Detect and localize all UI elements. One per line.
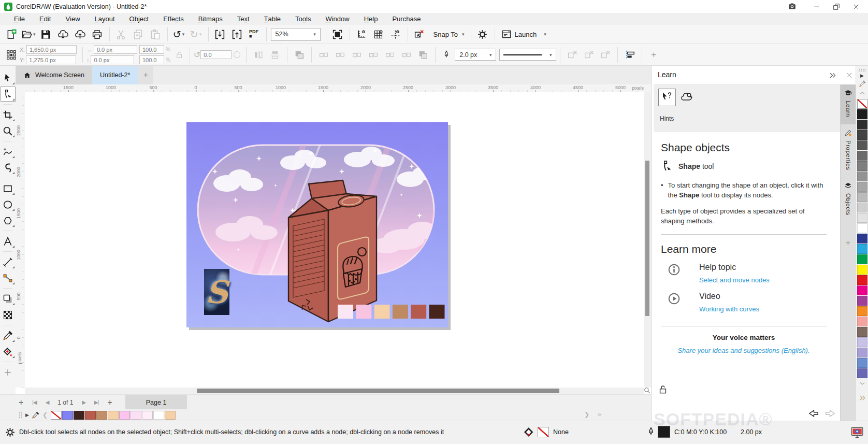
export-button[interactable] (230, 27, 244, 41)
first-page-button[interactable]: |◀ (32, 395, 36, 410)
menu-item-purchase[interactable]: Purchase (385, 13, 428, 25)
ellipse-tool[interactable] (1, 197, 15, 211)
palette-drag-handle[interactable] (19, 411, 22, 419)
minimize-button[interactable] (813, 3, 820, 10)
transparency-tool[interactable] (1, 308, 15, 322)
outline-width-combo[interactable]: 2.0 px▾ (455, 49, 496, 61)
freehand-tool[interactable] (1, 145, 15, 159)
fill-indicator-icon[interactable] (524, 426, 536, 438)
align-distribute-button[interactable] (624, 49, 635, 61)
menu-item-file[interactable]: File (7, 13, 32, 25)
rectangle-tool[interactable] (1, 181, 15, 195)
palette-swatch-9[interactable] (857, 192, 867, 202)
copy-button[interactable] (131, 27, 145, 41)
menu-item-bitmaps[interactable]: Bitmaps (191, 13, 230, 25)
tab-welcome-screen[interactable]: Welcome Screen (16, 66, 92, 84)
page-1-tab[interactable]: Page 1 (125, 395, 187, 410)
horizontal-ruler[interactable]: pixels 150010005000500100015002000250030… (25, 84, 651, 93)
drop-shadow-tool[interactable] (1, 292, 15, 306)
doc-palette-swatch-7[interactable] (131, 411, 141, 420)
back-navigation-icon[interactable] (808, 408, 819, 419)
palette-swatch-7[interactable] (857, 171, 867, 181)
scale-x-field[interactable]: 100.0 (139, 45, 164, 54)
lock-docker-icon[interactable] (658, 384, 668, 395)
menu-item-edit[interactable]: Edit (32, 13, 58, 25)
next-page-button[interactable]: ▶ (82, 395, 85, 410)
palette-grip[interactable] (859, 68, 866, 71)
palette-swatch-24[interactable] (857, 348, 867, 357)
menu-item-object[interactable]: Object (122, 13, 156, 25)
close-button[interactable] (852, 3, 860, 10)
video-link[interactable]: Working with curves (699, 305, 759, 313)
palette-swatch-22[interactable] (857, 327, 867, 337)
docker-tab-learn[interactable]: Learn (841, 84, 856, 124)
palette-swatch-6[interactable] (857, 161, 867, 171)
artistic-media-tool[interactable] (1, 161, 15, 175)
paste-button[interactable] (148, 27, 162, 41)
galaxy-letter-image[interactable]: S (204, 269, 229, 315)
connector-tool[interactable] (1, 271, 15, 285)
palette-swatch-21[interactable] (857, 317, 867, 326)
palette-scroll-right[interactable]: ❯ (584, 411, 589, 418)
menu-item-view[interactable]: View (58, 13, 87, 25)
snap-to-dropdown[interactable]: Snap To▾ (433, 31, 465, 38)
horizontal-scrollbar-thumb[interactable] (197, 389, 559, 393)
search-online-button[interactable] (678, 89, 695, 106)
palette-swatch-13[interactable] (857, 234, 867, 244)
add-docker-button[interactable]: + (841, 238, 856, 248)
document-page[interactable]: S (186, 122, 448, 327)
delete-segment-button[interactable] (567, 49, 578, 61)
create-boundary-button[interactable] (417, 49, 429, 61)
show-rulers-button[interactable] (354, 27, 368, 41)
scale-y-field[interactable]: 100.0 (139, 55, 164, 64)
restore-button[interactable] (833, 3, 840, 10)
palette-swatch-10[interactable] (857, 203, 867, 212)
palette-eyedropper-icon[interactable] (32, 411, 39, 419)
launch-dropdown[interactable]: Launch▾ (501, 29, 546, 39)
snap-off-button[interactable] (412, 27, 426, 41)
palette-expand[interactable]: » (598, 411, 601, 418)
pick-tool[interactable] (1, 71, 15, 85)
order-button[interactable] (294, 49, 305, 61)
zoom-corner-button[interactable] (644, 387, 651, 394)
palette-swatch-19[interactable] (857, 296, 867, 306)
voice-link[interactable]: Share your ideas and suggestions (Englis… (677, 347, 809, 354)
hints-pointer-button[interactable] (659, 89, 675, 106)
palette-swatch-4[interactable] (857, 140, 867, 150)
last-page-button[interactable]: ▶| (94, 395, 98, 410)
menu-item-table[interactable]: Table (257, 13, 288, 25)
add-page-after-button[interactable]: + (107, 395, 112, 410)
doc-palette-swatch-8[interactable] (142, 411, 153, 420)
vertical-scrollbar-thumb[interactable] (645, 161, 649, 316)
trim-button[interactable] (335, 49, 346, 61)
open-button[interactable]: ▾ (21, 27, 36, 41)
weld-button[interactable] (318, 49, 329, 61)
save-button[interactable] (39, 27, 53, 41)
undo-button[interactable]: ↺▾ (172, 27, 186, 41)
simplify-button[interactable] (368, 49, 379, 61)
palette-swatch-25[interactable] (857, 358, 867, 368)
polygon-tool[interactable] (1, 213, 15, 227)
palette-eyedropper[interactable] (859, 80, 866, 88)
import-button[interactable] (213, 27, 227, 41)
doc-palette-swatch-0[interactable] (51, 411, 62, 420)
new-tab-button[interactable]: + (138, 66, 153, 84)
cut-button[interactable] (114, 27, 128, 41)
lock-ratio-button[interactable] (175, 51, 183, 59)
doc-palette-swatch-4[interactable] (96, 411, 107, 420)
full-screen-preview-button[interactable] (330, 27, 344, 41)
print-button[interactable] (90, 27, 104, 41)
object-width-field[interactable]: 0.0 px (94, 45, 137, 54)
menu-item-help[interactable]: Help (357, 13, 385, 25)
doc-palette-swatch-6[interactable] (119, 411, 130, 420)
palette-swatch-23[interactable] (857, 337, 867, 347)
menu-item-tools[interactable]: Tools (288, 13, 318, 25)
zoom-tool[interactable] (1, 124, 15, 138)
add-page-before-button[interactable]: + (19, 395, 23, 410)
intersect-button[interactable] (351, 49, 363, 61)
publish-to-pdf-button[interactable]: PDF■ (247, 27, 261, 41)
doc-palette-swatch-3[interactable] (85, 411, 96, 420)
palette-swatch-12[interactable] (857, 223, 867, 233)
horizontal-scrollbar[interactable] (25, 388, 644, 394)
help-topic-link[interactable]: Select and move nodes (699, 276, 770, 284)
